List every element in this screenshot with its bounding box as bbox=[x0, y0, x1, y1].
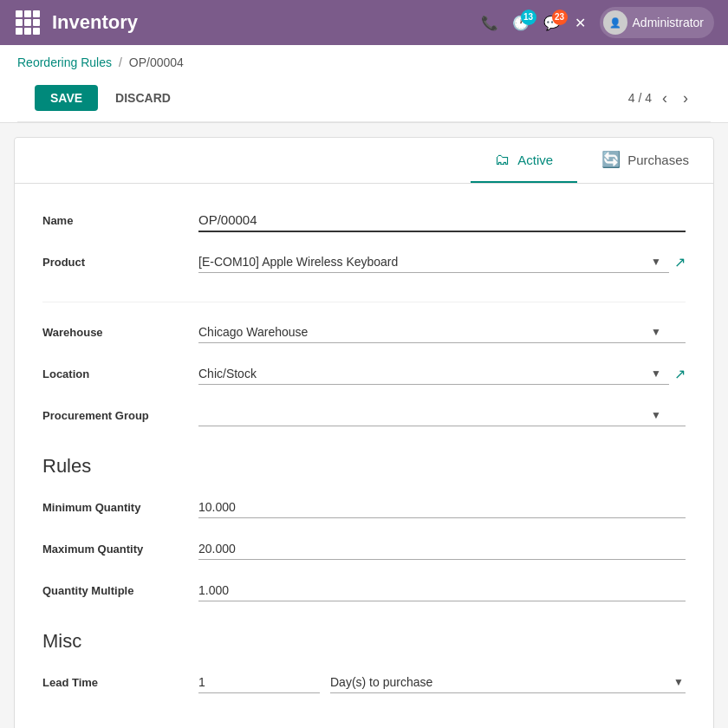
name-row: Name bbox=[42, 205, 686, 236]
breadcrumb-separator: / bbox=[119, 55, 122, 69]
toolbar: SAVE DISCARD 4 / 4 ‹ › bbox=[17, 78, 711, 122]
min-qty-input[interactable] bbox=[198, 497, 686, 518]
location-row: Location Chic/Stock ▼ ↗ bbox=[42, 358, 686, 389]
settings-icon[interactable]: ✕ bbox=[575, 15, 586, 31]
prev-page-button[interactable]: ‹ bbox=[657, 88, 673, 109]
chat-icon[interactable]: 💬 23 bbox=[543, 15, 561, 31]
form-card: 🗂 Active 🔄 Purchases Name Product bbox=[14, 137, 714, 728]
max-qty-label: Maximum Quantity bbox=[42, 543, 198, 556]
divider-1 bbox=[42, 302, 686, 302]
grid-icon bbox=[16, 10, 40, 35]
active-tab-label: Active bbox=[517, 153, 553, 167]
active-tab-icon: 🗂 bbox=[495, 151, 510, 169]
rules-section: Rules Minimum Quantity Maximum Quantity … bbox=[42, 455, 686, 606]
apps-menu-button[interactable] bbox=[14, 9, 42, 36]
page-display: 4 / 4 bbox=[628, 91, 652, 105]
tab-header: 🗂 Active 🔄 Purchases bbox=[15, 138, 713, 184]
max-qty-field bbox=[198, 538, 686, 560]
admin-button[interactable]: 👤 Administrator bbox=[600, 7, 714, 38]
warehouse-row: Warehouse Chicago Warehouse ▼ bbox=[42, 316, 686, 348]
product-ext-link[interactable]: ↗ bbox=[674, 254, 686, 270]
lead-time-unit-wrap: Day(s) to purchase Week(s) to purchase ▼ bbox=[330, 672, 686, 693]
discard-button[interactable]: DISCARD bbox=[105, 85, 181, 111]
main-content: 🗂 Active 🔄 Purchases Name Product bbox=[0, 123, 728, 728]
breadcrumb-current: OP/00004 bbox=[129, 55, 184, 69]
location-ext-link[interactable]: ↗ bbox=[674, 366, 686, 382]
phone-icon[interactable]: 📞 bbox=[481, 15, 498, 31]
tab-purchases[interactable]: 🔄 Purchases bbox=[577, 138, 713, 183]
product-label: Product bbox=[42, 256, 198, 269]
procurement-field: ▼ bbox=[198, 405, 686, 426]
clock-badge: 13 bbox=[521, 10, 536, 25]
purchases-tab-label: Purchases bbox=[627, 153, 689, 167]
qty-mult-row: Quantity Multiple bbox=[42, 575, 686, 606]
app-title: Inventory bbox=[52, 11, 481, 34]
basic-section: Name Product [E-COM10] Apple Wireless Ke… bbox=[42, 205, 686, 277]
min-qty-label: Minimum Quantity bbox=[42, 501, 198, 514]
lead-time-row: Lead Time Day(s) to purchase Week(s) to … bbox=[42, 666, 686, 698]
procurement-select[interactable] bbox=[198, 405, 686, 426]
tab-active[interactable]: 🗂 Active bbox=[471, 138, 577, 183]
location-label: Location bbox=[42, 367, 198, 380]
max-qty-input[interactable] bbox=[198, 538, 686, 560]
topbar-actions: 📞 🕐 13 💬 23 ✕ 👤 Administrator bbox=[481, 7, 714, 38]
breadcrumb-parent[interactable]: Reordering Rules bbox=[17, 55, 112, 69]
warehouse-field: Chicago Warehouse ▼ bbox=[198, 322, 686, 343]
name-value bbox=[198, 209, 686, 232]
lead-time-label: Lead Time bbox=[42, 676, 198, 689]
topbar: Inventory 📞 🕐 13 💬 23 ✕ 👤 Administrator bbox=[0, 0, 728, 45]
procurement-row: Procurement Group ▼ bbox=[42, 400, 686, 431]
purchases-tab-icon: 🔄 bbox=[601, 150, 621, 169]
location-select[interactable]: Chic/Stock bbox=[198, 363, 669, 385]
lead-time-input[interactable] bbox=[198, 672, 320, 693]
product-field: [E-COM10] Apple Wireless Keyboard ▼ ↗ bbox=[198, 251, 686, 273]
pagination: 4 / 4 ‹ › bbox=[628, 88, 693, 109]
qty-mult-field bbox=[198, 580, 686, 601]
min-qty-row: Minimum Quantity bbox=[42, 491, 686, 523]
toolbar-left: SAVE DISCARD bbox=[35, 85, 181, 111]
next-page-button[interactable]: › bbox=[678, 88, 693, 109]
breadcrumb: Reordering Rules / OP/00004 bbox=[17, 55, 711, 69]
lead-time-unit-select[interactable]: Day(s) to purchase Week(s) to purchase bbox=[330, 672, 686, 693]
max-qty-row: Maximum Quantity bbox=[42, 533, 686, 564]
location-field: Chic/Stock ▼ ↗ bbox=[198, 363, 686, 385]
warehouse-select[interactable]: Chicago Warehouse bbox=[198, 322, 686, 343]
name-input[interactable] bbox=[198, 209, 686, 232]
warehouse-label: Warehouse bbox=[42, 326, 198, 339]
qty-mult-label: Quantity Multiple bbox=[42, 584, 198, 597]
procurement-label: Procurement Group bbox=[42, 409, 198, 422]
save-button[interactable]: SAVE bbox=[35, 85, 98, 111]
admin-label: Administrator bbox=[633, 16, 704, 29]
misc-section: Misc Lead Time Day(s) to purchase Week(s… bbox=[42, 630, 686, 698]
clock-icon[interactable]: 🕐 13 bbox=[512, 15, 530, 31]
location-section: Warehouse Chicago Warehouse ▼ Location C… bbox=[42, 316, 686, 431]
name-label: Name bbox=[42, 214, 198, 227]
min-qty-field bbox=[198, 497, 686, 518]
chat-badge: 23 bbox=[552, 10, 568, 25]
breadcrumb-bar: Reordering Rules / OP/00004 SAVE DISCARD… bbox=[0, 45, 728, 123]
product-row: Product [E-COM10] Apple Wireless Keyboar… bbox=[42, 246, 686, 277]
misc-heading: Misc bbox=[42, 630, 686, 653]
rules-heading: Rules bbox=[42, 455, 686, 478]
form-body: Name Product [E-COM10] Apple Wireless Ke… bbox=[15, 184, 713, 728]
lead-time-field: Day(s) to purchase Week(s) to purchase ▼ bbox=[198, 672, 686, 693]
qty-mult-input[interactable] bbox=[198, 580, 686, 601]
product-select[interactable]: [E-COM10] Apple Wireless Keyboard bbox=[198, 251, 669, 273]
avatar: 👤 bbox=[603, 10, 627, 35]
